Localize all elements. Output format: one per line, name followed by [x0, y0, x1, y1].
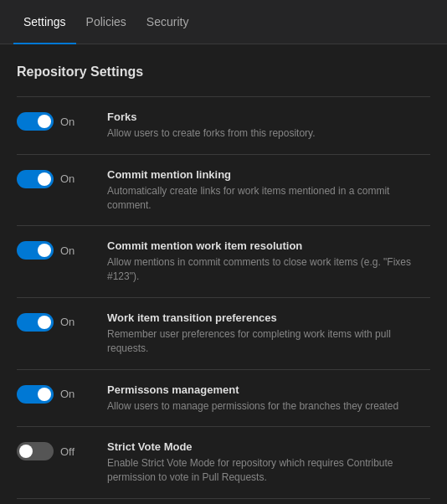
toggle-knob-commit-mention-work-item-resolution [38, 244, 51, 257]
setting-text-commit-mention-linking: Commit mention linkingAutomatically crea… [100, 168, 430, 213]
setting-desc-strict-vote-mode: Enable Strict Vote Mode for repository w… [107, 456, 430, 485]
setting-name-permissions-management: Permissons management [107, 383, 430, 396]
tab-security[interactable]: Security [136, 0, 199, 44]
setting-text-commit-mention-work-item-resolution: Commit mention work item resolutionAllow… [100, 239, 430, 284]
setting-item-forks: OnForksAllow users to create forks from … [17, 97, 430, 155]
setting-item-strict-vote-mode: OffStrict Vote ModeEnable Strict Vote Mo… [17, 427, 430, 499]
toggle-area-permissions-management: On [17, 383, 100, 404]
toggle-switch-permissions-management[interactable] [17, 385, 54, 404]
toggle-knob-permissions-management [38, 388, 51, 401]
tab-settings[interactable]: Settings [13, 0, 76, 44]
setting-text-work-item-transition-preferences: Work item transition preferencesRemember… [100, 311, 430, 356]
toggle-knob-forks [38, 115, 51, 128]
setting-text-permissions-management: Permissons managementAllow users to mana… [100, 383, 430, 414]
section-title: Repository Settings [17, 64, 430, 80]
toggle-label-permissions-management: On [60, 388, 82, 400]
toggle-switch-strict-vote-mode[interactable] [17, 442, 54, 460]
setting-item-commit-mention-work-item-resolution: OnCommit mention work item resolutionAll… [17, 226, 430, 298]
settings-list: OnForksAllow users to create forks from … [17, 96, 430, 499]
toggle-label-forks: On [60, 116, 82, 128]
toggle-switch-forks[interactable] [17, 112, 54, 131]
toggle-knob-strict-vote-mode [19, 445, 33, 458]
toggle-label-strict-vote-mode: Off [60, 445, 82, 458]
toggle-area-work-item-transition-preferences: On [17, 311, 100, 332]
main-content: Repository Settings OnForksAllow users t… [0, 44, 447, 504]
toggle-label-work-item-transition-preferences: On [60, 316, 82, 328]
toggle-knob-work-item-transition-preferences [38, 316, 51, 329]
tab-policies[interactable]: Policies [76, 0, 136, 44]
setting-name-forks: Forks [107, 111, 430, 123]
toggle-area-strict-vote-mode: Off [17, 440, 100, 460]
toggle-area-forks: On [17, 111, 100, 131]
toggle-switch-commit-mention-linking[interactable] [17, 170, 54, 188]
toggle-switch-commit-mention-work-item-resolution[interactable] [17, 241, 54, 260]
setting-name-commit-mention-linking: Commit mention linking [107, 168, 430, 181]
setting-desc-commit-mention-work-item-resolution: Allow mentions in commit comments to clo… [107, 255, 430, 284]
setting-item-commit-mention-linking: OnCommit mention linkingAutomatically cr… [17, 155, 430, 227]
setting-name-work-item-transition-preferences: Work item transition preferences [107, 311, 430, 324]
setting-name-commit-mention-work-item-resolution: Commit mention work item resolution [107, 239, 430, 252]
setting-name-strict-vote-mode: Strict Vote Mode [107, 440, 430, 453]
setting-item-permissions-management: OnPermissons managementAllow users to ma… [17, 370, 430, 428]
setting-item-work-item-transition-preferences: OnWork item transition preferencesRememb… [17, 298, 430, 370]
setting-desc-permissions-management: Allow users to manage permissions for th… [107, 399, 430, 414]
toggle-area-commit-mention-work-item-resolution: On [17, 239, 100, 260]
toggle-knob-commit-mention-linking [38, 172, 51, 186]
toggle-switch-work-item-transition-preferences[interactable] [17, 313, 54, 332]
tab-bar: SettingsPoliciesSecurity [0, 0, 447, 44]
toggle-area-commit-mention-linking: On [17, 168, 100, 188]
toggle-label-commit-mention-work-item-resolution: On [60, 244, 82, 257]
setting-desc-commit-mention-linking: Automatically create links for work item… [107, 184, 430, 213]
setting-desc-work-item-transition-preferences: Remember user preferences for completing… [107, 327, 430, 356]
toggle-label-commit-mention-linking: On [60, 172, 82, 185]
setting-text-strict-vote-mode: Strict Vote ModeEnable Strict Vote Mode … [100, 440, 430, 485]
setting-desc-forks: Allow users to create forks from this re… [107, 126, 430, 141]
setting-text-forks: ForksAllow users to create forks from th… [100, 111, 430, 141]
